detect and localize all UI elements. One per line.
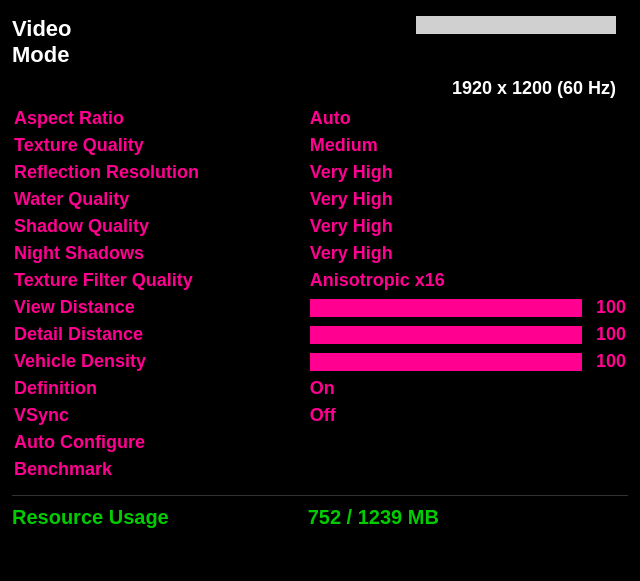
progress-bar[interactable] <box>310 299 582 317</box>
setting-label-texture-quality: Texture Quality <box>12 132 308 159</box>
setting-label-reflection-resolution: Reflection Resolution <box>12 159 308 186</box>
setting-label-vehicle-density: Vehicle Density <box>12 348 308 375</box>
resource-label: Resource Usage <box>12 506 308 529</box>
table-row: Night ShadowsVery High <box>12 240 628 267</box>
resolution-text: 1920 x 1200 (60 Hz) <box>452 78 616 99</box>
bar-value: 100 <box>590 324 626 345</box>
table-row[interactable]: Auto Configure <box>12 429 628 456</box>
setting-value-night-shadows: Very High <box>308 240 628 267</box>
table-row: Aspect RatioAuto <box>12 105 628 132</box>
setting-label-auto-configure: Auto Configure <box>12 429 308 456</box>
setting-label-aspect-ratio: Aspect Ratio <box>12 105 308 132</box>
bar-value: 100 <box>590 297 626 318</box>
setting-label-vsync: VSync <box>12 402 308 429</box>
table-row: Detail Distance100 <box>12 321 628 348</box>
progress-bar[interactable] <box>310 353 582 371</box>
setting-value-water-quality: Very High <box>308 186 628 213</box>
video-mode-bar[interactable] <box>416 16 616 34</box>
setting-label-benchmark: Benchmark <box>12 456 308 483</box>
setting-value-reflection-resolution: Very High <box>308 159 628 186</box>
setting-label-water-quality: Water Quality <box>12 186 308 213</box>
bar-value: 100 <box>590 351 626 372</box>
setting-label-view-distance: View Distance <box>12 294 308 321</box>
main-container: Video Mode 1920 x 1200 (60 Hz) Aspect Ra… <box>0 0 640 581</box>
table-row: Texture Filter QualityAnisotropic x16 <box>12 267 628 294</box>
page-title: Video Mode <box>12 16 78 68</box>
table-row: Vehicle Density100 <box>12 348 628 375</box>
setting-value-auto-configure[interactable] <box>308 429 628 456</box>
setting-value-aspect-ratio: Auto <box>308 105 628 132</box>
table-row: Reflection ResolutionVery High <box>12 159 628 186</box>
table-row: Water QualityVery High <box>12 186 628 213</box>
setting-value-texture-quality: Medium <box>308 132 628 159</box>
setting-value-detail-distance[interactable]: 100 <box>308 321 628 348</box>
setting-value-vehicle-density[interactable]: 100 <box>308 348 628 375</box>
setting-value-texture-filter-quality: Anisotropic x16 <box>308 267 628 294</box>
setting-label-definition: Definition <box>12 375 308 402</box>
setting-value-benchmark[interactable] <box>308 456 628 483</box>
settings-table: Aspect RatioAutoTexture QualityMediumRef… <box>12 105 628 483</box>
setting-value-shadow-quality: Very High <box>308 213 628 240</box>
table-row: Texture QualityMedium <box>12 132 628 159</box>
setting-value-view-distance[interactable]: 100 <box>308 294 628 321</box>
resource-value: 752 / 1239 MB <box>308 506 439 529</box>
progress-bar[interactable] <box>310 326 582 344</box>
setting-value-vsync: Off <box>308 402 628 429</box>
table-row: DefinitionOn <box>12 375 628 402</box>
table-row: VSyncOff <box>12 402 628 429</box>
table-row[interactable]: Benchmark <box>12 456 628 483</box>
setting-label-shadow-quality: Shadow Quality <box>12 213 308 240</box>
setting-label-night-shadows: Night Shadows <box>12 240 308 267</box>
setting-label-texture-filter-quality: Texture Filter Quality <box>12 267 308 294</box>
table-row: Shadow QualityVery High <box>12 213 628 240</box>
resource-row: Resource Usage 752 / 1239 MB <box>12 495 628 529</box>
setting-label-detail-distance: Detail Distance <box>12 321 308 348</box>
table-row: View Distance100 <box>12 294 628 321</box>
setting-value-definition: On <box>308 375 628 402</box>
